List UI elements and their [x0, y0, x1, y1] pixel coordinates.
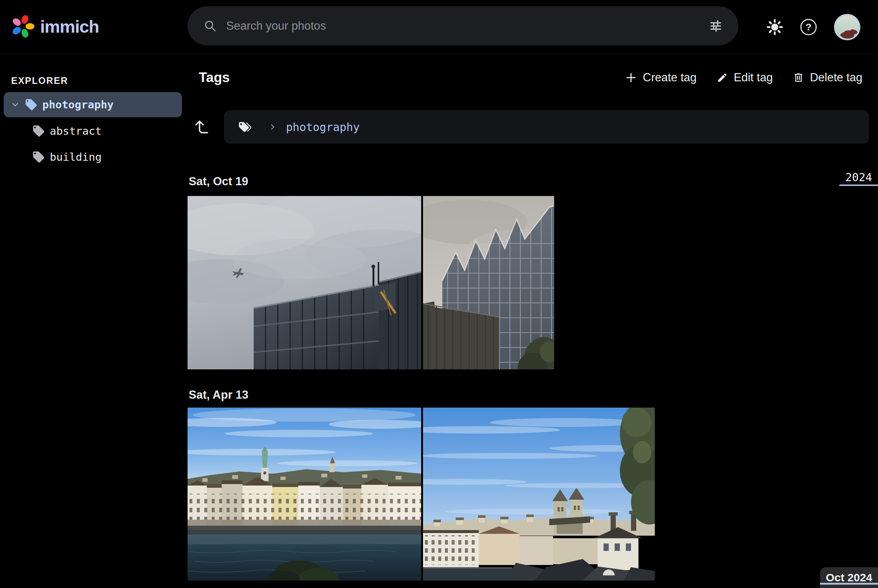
sidebar-item-label: building — [50, 151, 102, 164]
chevron-right-icon — [268, 123, 277, 131]
tag-icon — [32, 124, 45, 138]
sidebar-item-label: abstract — [50, 125, 102, 137]
timeline-cursor-line — [820, 583, 878, 585]
explorer-heading: EXPLORER — [11, 75, 186, 86]
avatar-image — [834, 14, 860, 40]
plus-icon — [625, 72, 637, 84]
sidebar-item-label: photography — [42, 98, 114, 111]
search-bar[interactable] — [188, 6, 738, 45]
date-group-header[interactable]: Sat, Apr 13 — [189, 388, 878, 403]
sidebar-item-building[interactable]: building — [4, 145, 182, 169]
chevron-down-icon[interactable] — [11, 100, 20, 110]
tag-icon — [24, 98, 38, 111]
create-tag-label: Create tag — [643, 71, 697, 84]
app-wordmark: immich — [40, 16, 99, 37]
timeline-year-marker[interactable]: 2024 — [839, 171, 878, 186]
help-button[interactable]: ? — [800, 19, 817, 35]
timeline-cursor-text: Oct 2024 — [825, 571, 872, 584]
create-tag-button[interactable]: Create tag — [625, 71, 697, 84]
timeline-year-label: 2024 — [845, 171, 872, 184]
breadcrumb-row: photography — [188, 110, 878, 144]
sun-icon — [766, 18, 783, 36]
sidebar: EXPLORER photography abstract — [0, 55, 186, 588]
photo-thumbnail-building-airplane[interactable] — [188, 196, 421, 369]
date-group: Sat, Apr 13 — [188, 388, 878, 580]
question-mark-icon: ? — [800, 19, 817, 35]
main-content: Tags Create tag Edit tag Delete tag — [186, 55, 878, 588]
sidebar-item-photography[interactable]: photography — [4, 92, 182, 117]
tune-icon — [710, 20, 722, 32]
date-group-header[interactable]: Sat, Oct 19 — [189, 175, 878, 190]
photo-thumbnail-skyline[interactable] — [423, 408, 655, 580]
nav-right-icons: ? — [766, 0, 860, 54]
sidebar-item-abstract[interactable]: abstract — [4, 119, 182, 143]
tag-actions: Create tag Edit tag Delete tag — [625, 71, 862, 84]
tags-icon — [238, 120, 253, 134]
breadcrumb-item-photography[interactable]: photography — [286, 121, 360, 134]
edit-tag-label: Edit tag — [734, 71, 773, 84]
search-icon — [204, 20, 216, 32]
immich-app: immich — [0, 0, 878, 588]
edit-tag-button[interactable]: Edit tag — [717, 71, 773, 84]
app-logo[interactable]: immich — [11, 14, 99, 39]
trash-icon — [793, 72, 804, 83]
search-filter-button[interactable] — [710, 20, 722, 32]
corner-left-up-icon — [193, 118, 210, 135]
breadcrumb: photography — [224, 110, 869, 144]
tag-icon — [32, 150, 45, 164]
user-avatar[interactable] — [834, 14, 860, 40]
date-group: Sat, Oct 19 — [188, 175, 878, 369]
pencil-icon — [717, 72, 728, 83]
photo-thumbnail-sawtooth-building[interactable] — [423, 196, 554, 369]
back-up-button[interactable] — [191, 118, 213, 135]
timeline-year-line — [839, 184, 878, 186]
photo-thumbnail-riverfront[interactable] — [188, 408, 421, 580]
page-title: Tags — [199, 70, 230, 86]
tag-tree: photography abstract building — [0, 92, 186, 169]
delete-tag-label: Delete tag — [810, 71, 862, 84]
immich-pinwheel-icon — [11, 14, 35, 39]
timeline-cursor-label[interactable]: Oct 2024 — [820, 567, 878, 588]
delete-tag-button[interactable]: Delete tag — [793, 71, 862, 84]
theme-toggle-button[interactable] — [766, 18, 783, 36]
top-nav: immich — [0, 0, 878, 54]
search-input[interactable] — [226, 19, 710, 33]
